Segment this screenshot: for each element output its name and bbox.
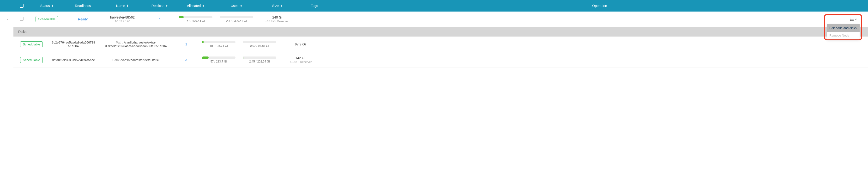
- node-row: - Schedulable Ready harvester-88562 10.5…: [0, 11, 868, 27]
- col-allocated[interactable]: Allocated ▲▼: [175, 4, 216, 8]
- svg-point-0: [850, 18, 851, 18]
- col-status[interactable]: Status ▲▼: [29, 4, 65, 8]
- col-operation: Operation: [331, 4, 868, 8]
- disk-size-cell: 142 Gi +60.8 Gi Reserved: [280, 55, 321, 65]
- sort-icon: ▲▼: [126, 4, 129, 7]
- status-badge: Schedulable: [20, 41, 43, 47]
- used-text: 2.47 / 300.51 Gi: [217, 19, 255, 23]
- path-value: /var/lib/harvester/defaultdisk: [121, 58, 159, 62]
- tags-cell: [298, 17, 331, 21]
- path-label: Path:: [112, 58, 120, 62]
- menu-edit-node-and-disks[interactable]: Edit node and disks: [827, 24, 860, 32]
- status-badge: Schedulable: [20, 57, 43, 63]
- sort-icon: ▲▼: [280, 4, 282, 7]
- col-tags: Tags: [298, 4, 331, 8]
- size-value: 97.9 Gi: [282, 42, 319, 46]
- expand-toggle[interactable]: -: [0, 15, 14, 23]
- size-cell: 240 Gi +60.8 Gi Reserved: [257, 13, 298, 25]
- allocated-fill: [179, 16, 184, 18]
- disk-replicas-cell[interactable]: 1: [174, 41, 198, 47]
- col-size[interactable]: Size ▲▼: [257, 4, 298, 8]
- disk-row: Schedulable default-disk-831957f4ef4a5bc…: [13, 52, 868, 68]
- table-header: Status ▲▼ Readiness Name ▲▼ Replicas ▲▼ …: [0, 0, 868, 11]
- size-value: 240 Gi: [258, 16, 296, 19]
- path-value: /var/lib/harvester/extra-disks/3c2e9764a…: [105, 40, 166, 48]
- size-reserved: +60.8 Gi Reserved: [258, 20, 296, 23]
- used-text: 0.02 / 97.87 Gi: [241, 44, 278, 48]
- chevron-down-icon: [855, 19, 857, 20]
- allocated-cell: 67 / 479.44 Gi: [175, 14, 216, 25]
- disk-name-cell: default-disk-831957f4ef4a5bce: [50, 57, 97, 63]
- disk-path-cell: Path: /var/lib/harvester/defaultdisk: [97, 57, 174, 63]
- disk-status-cell: Schedulable: [13, 56, 50, 64]
- select-all-header[interactable]: [14, 4, 29, 8]
- allocated-fill: [202, 57, 209, 59]
- node-name: harvester-88562: [110, 16, 135, 19]
- allocated-bar: [202, 41, 236, 43]
- sort-icon: ▲▼: [240, 4, 242, 7]
- used-bar: [220, 16, 253, 18]
- col-name[interactable]: Name ▲▼: [101, 4, 144, 8]
- used-fill: [220, 16, 220, 18]
- disk-allocated-cell: 57 / 283.7 Gi: [198, 56, 239, 64]
- sort-icon: ▲▼: [166, 4, 168, 7]
- svg-rect-3: [851, 19, 854, 20]
- allocated-bar: [179, 16, 212, 18]
- col-replicas[interactable]: Replicas ▲▼: [144, 4, 175, 8]
- disk-allocated-cell: 10 / 195.74 Gi: [198, 40, 239, 49]
- size-reserved: +60.8 Gi Reserved: [282, 60, 319, 64]
- node-ip: 10.52.2.120: [102, 20, 143, 23]
- status-badge: Schedulable: [35, 16, 58, 22]
- svg-rect-5: [851, 20, 854, 21]
- allocated-bar: [202, 57, 236, 59]
- svg-point-2: [850, 19, 851, 19]
- used-cell: 2.47 / 300.51 Gi: [216, 14, 257, 25]
- disk-used-cell: 2.45 / 202.64 Gi: [239, 56, 280, 64]
- disk-path-cell: Path: /var/lib/harvester/extra-disks/3c2…: [97, 40, 174, 49]
- used-text: 2.45 / 202.64 Gi: [241, 60, 278, 63]
- allocated-text: 67 / 479.44 Gi: [177, 19, 215, 23]
- path-label: Path:: [116, 40, 123, 44]
- operation-dropdown: Edit node and disks Remove Node: [827, 24, 860, 39]
- status-cell: Schedulable: [29, 14, 65, 24]
- operation-cell: [331, 14, 868, 24]
- sort-icon: ▲▼: [51, 4, 53, 7]
- allocated-text: 10 / 195.74 Gi: [200, 44, 237, 48]
- svg-rect-1: [851, 18, 854, 18]
- replicas-cell[interactable]: 4: [144, 16, 175, 23]
- allocated-text: 57 / 283.7 Gi: [200, 60, 237, 63]
- row-select[interactable]: [14, 15, 29, 23]
- disk-replicas-cell[interactable]: 3: [174, 57, 198, 63]
- disk-name-cell: 3c2e9764ae5aeda8eda666ff3851a304: [50, 40, 97, 49]
- used-bar: [243, 41, 276, 43]
- col-used[interactable]: Used ▲▼: [216, 4, 257, 8]
- disk-tags-cell: [321, 59, 868, 61]
- col-readiness: Readiness: [65, 4, 101, 8]
- size-value: 142 Gi: [282, 56, 319, 60]
- allocated-fill: [202, 41, 204, 43]
- select-all-checkbox[interactable]: [20, 4, 24, 8]
- menu-remove-node[interactable]: Remove Node: [827, 32, 860, 39]
- name-cell: harvester-88562 10.52.2.120: [101, 13, 144, 25]
- readiness-cell[interactable]: Ready: [65, 16, 101, 23]
- row-checkbox[interactable]: [20, 17, 24, 21]
- svg-point-4: [850, 20, 851, 21]
- disk-status-cell: Schedulable: [13, 40, 50, 48]
- used-bar: [243, 57, 276, 59]
- sort-icon: ▲▼: [202, 4, 204, 7]
- disks-section-header: Disks: [13, 27, 868, 36]
- disk-tags-cell: [321, 43, 868, 45]
- operation-menu-button[interactable]: [848, 17, 859, 22]
- used-fill: [243, 57, 243, 59]
- disk-size-cell: 97.9 Gi: [280, 41, 321, 47]
- disk-used-cell: 0.02 / 97.87 Gi: [239, 40, 280, 49]
- list-icon: [850, 18, 854, 21]
- used-fill: [243, 41, 243, 43]
- disk-row: Schedulable 3c2e9764ae5aeda8eda666ff3851…: [13, 36, 868, 52]
